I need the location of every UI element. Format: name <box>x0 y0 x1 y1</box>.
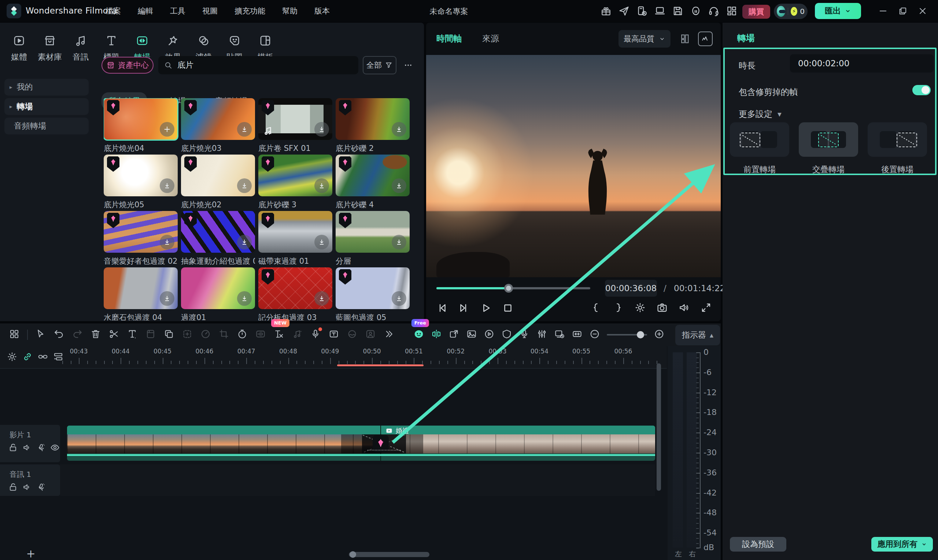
download-icon[interactable] <box>160 235 174 249</box>
device-sync-icon[interactable] <box>636 5 648 17</box>
card-thumbnail[interactable] <box>258 98 332 140</box>
asset-center-tag[interactable]: 資產中心 <box>102 57 154 74</box>
mark-out-icon[interactable] <box>612 302 624 314</box>
card-thumbnail[interactable] <box>336 211 410 253</box>
auto-ripple-icon[interactable] <box>571 329 582 342</box>
chain-icon[interactable] <box>37 351 48 362</box>
snapshot-icon[interactable] <box>656 302 668 314</box>
cloud-upload-icon[interactable] <box>690 5 702 17</box>
ai-copilot-icon[interactable]: Free <box>413 329 424 342</box>
download-icon[interactable] <box>392 235 407 249</box>
avatar[interactable] <box>777 6 785 17</box>
expander-icon[interactable]: ▸ <box>9 103 12 110</box>
split-scissors-icon[interactable] <box>108 329 119 342</box>
speaker-icon[interactable] <box>22 482 32 492</box>
mixer-icon[interactable] <box>536 329 547 342</box>
step-back-icon[interactable] <box>436 302 448 314</box>
text-based-edit-icon[interactable]: NEW <box>273 329 284 342</box>
audio-track-lane[interactable] <box>60 465 655 496</box>
download-icon[interactable] <box>314 291 329 306</box>
clip-icon[interactable] <box>145 329 156 342</box>
transition-card-6[interactable]: 底片砂礫 3 <box>258 155 332 208</box>
menu-item-4[interactable]: 擴充功能 <box>234 6 265 16</box>
download-icon[interactable] <box>392 122 407 137</box>
layout-icon[interactable] <box>726 5 738 17</box>
lock-icon[interactable] <box>8 442 18 453</box>
transition-card-2[interactable]: 底片卷 SFX 01 <box>258 98 332 152</box>
speed-icon[interactable] <box>200 329 211 342</box>
undo-icon[interactable] <box>54 329 65 342</box>
fullscreen-icon[interactable] <box>700 302 712 314</box>
mode-icon[interactable] <box>868 122 927 157</box>
card-thumbnail[interactable] <box>336 268 410 309</box>
layout-grid-icon[interactable] <box>9 329 20 342</box>
send-icon[interactable] <box>618 5 630 17</box>
menu-item-5[interactable]: 幫助 <box>282 6 297 16</box>
indicator-dropdown[interactable]: 指示器 ▲ <box>675 325 720 345</box>
mask-ai-icon[interactable] <box>347 329 357 342</box>
timeline-zoom-slider[interactable] <box>607 334 647 335</box>
search-box[interactable] <box>158 56 358 74</box>
copy-icon[interactable] <box>163 329 174 342</box>
sidebar-item-0[interactable]: ▸我的 <box>5 79 89 95</box>
card-thumbnail[interactable] <box>258 268 332 309</box>
gift-icon[interactable] <box>600 5 612 17</box>
card-thumbnail[interactable] <box>104 98 178 140</box>
zoom-out-icon[interactable] <box>589 329 600 342</box>
more-tools-icon[interactable] <box>383 329 394 342</box>
text-to-speech-icon[interactable] <box>328 329 339 342</box>
scope-icon[interactable] <box>698 31 713 46</box>
account-credits[interactable]: ⚡ 0 <box>774 4 807 19</box>
transition-card-3[interactable]: 底片砂礫 2 <box>336 98 410 152</box>
settings-icon[interactable] <box>6 351 18 362</box>
step-forward-icon[interactable] <box>457 302 470 314</box>
download-icon[interactable] <box>160 291 174 306</box>
transition-card-8[interactable]: 音樂愛好者包過渡 02 <box>104 211 178 265</box>
save-icon[interactable] <box>672 5 684 17</box>
zoom-in-icon[interactable] <box>654 329 665 342</box>
video-clip[interactable]: 婚禮 <box>67 426 655 461</box>
transition-card-1[interactable]: 底片燒光03 <box>181 98 255 152</box>
menu-item-2[interactable]: 工具 <box>170 6 185 16</box>
voice-icon[interactable] <box>36 442 46 453</box>
play-icon[interactable] <box>480 302 492 314</box>
screen-record-icon[interactable] <box>554 329 565 342</box>
menu-item-3[interactable]: 視圖 <box>202 6 218 16</box>
download-icon[interactable] <box>314 178 329 193</box>
speaker-icon[interactable] <box>22 442 32 453</box>
card-thumbnail[interactable] <box>258 155 332 196</box>
vertical-scrollbar[interactable] <box>657 363 661 491</box>
card-thumbnail[interactable] <box>258 211 332 253</box>
transition-card-10[interactable]: 磁帶束過渡 01 <box>258 211 332 265</box>
download-icon[interactable] <box>160 178 174 193</box>
eye-icon[interactable] <box>50 442 60 453</box>
crop-icon[interactable] <box>219 329 229 342</box>
transition-card-15[interactable]: 藍圖包過渡 05 <box>336 268 410 320</box>
close-icon[interactable] <box>918 6 928 16</box>
mode-icon[interactable] <box>730 122 789 157</box>
video-viewport[interactable] <box>426 55 721 277</box>
transition-card-14[interactable]: 記分板包過渡 03 <box>258 268 332 320</box>
grid-view-icon[interactable] <box>680 33 692 45</box>
snapshot-media-icon[interactable] <box>466 329 477 342</box>
horizontal-scrollbar[interactable] <box>349 552 430 557</box>
card-thumbnail[interactable] <box>181 211 255 253</box>
transition-card-0[interactable]: 底片燒光04 <box>104 98 178 152</box>
mark-in-icon[interactable] <box>590 302 602 314</box>
more-settings[interactable]: 更多設定 ▼ <box>739 108 782 120</box>
text-tool-icon[interactable] <box>127 329 138 342</box>
menu-item-0[interactable]: 檔案 <box>106 6 121 16</box>
transition-card-9[interactable]: 抽象運動介紹包過渡 04 <box>181 211 255 265</box>
select-tool-icon[interactable] <box>35 329 46 342</box>
delete-icon[interactable] <box>90 329 101 342</box>
transition-card-13[interactable]: 過渡01 <box>181 268 255 320</box>
transition-mode-2[interactable]: 後置轉場 <box>868 122 927 175</box>
minimize-icon[interactable] <box>878 6 888 16</box>
mode-icon[interactable] <box>799 122 858 157</box>
card-thumbnail[interactable] <box>104 211 178 253</box>
media-tab-1[interactable]: 素材庫 <box>34 25 65 72</box>
transition-card-11[interactable]: 分層 <box>336 211 410 265</box>
duration-input[interactable] <box>790 54 933 72</box>
transition-mode-1[interactable]: 交疊轉場 <box>799 122 858 175</box>
timer-icon[interactable] <box>237 329 248 342</box>
